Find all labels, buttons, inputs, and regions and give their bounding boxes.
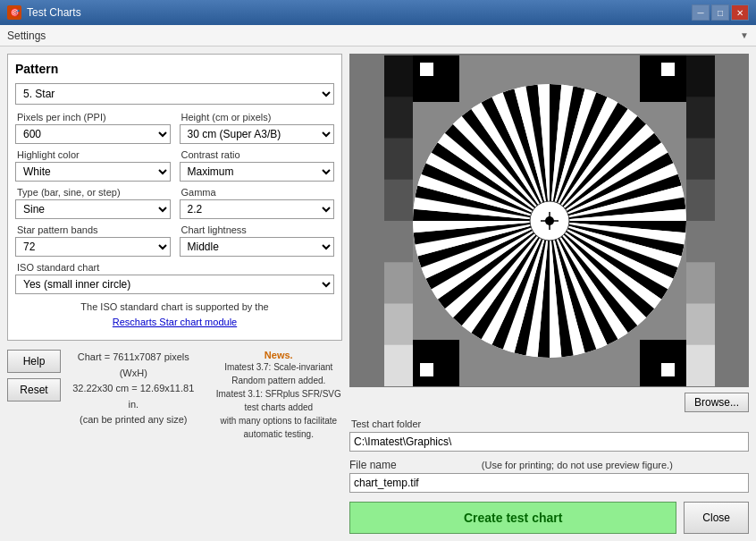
create-chart-button[interactable]: Create test chart	[349, 502, 676, 534]
window-close-button[interactable]: ✕	[731, 4, 749, 21]
chart-info-line2: 32.22x30 cm = 12.69x11.81 in.	[70, 381, 197, 412]
news-item2: Imatest 3.1: SFRplus SFR/SVG test charts…	[215, 387, 343, 414]
star-chart-preview: .star-overlay { position: absolute; top:…	[349, 54, 749, 387]
highlight-select[interactable]: White	[15, 162, 171, 182]
pattern-section-title: Pattern	[15, 62, 334, 76]
filename-note: (Use for printing; do not use preview fi…	[406, 460, 749, 470]
height-select[interactable]: 30 cm (Super A3/B)	[180, 124, 335, 144]
chart-info-line1: Chart = 7611x7087 pixels (WxH)	[70, 350, 197, 381]
browse-button[interactable]: Browse...	[685, 393, 749, 412]
bands-label: Star pattern bands	[15, 224, 171, 235]
highlight-label: Highlight color	[15, 149, 171, 160]
help-button[interactable]: Help	[7, 350, 61, 373]
settings-menu[interactable]: Settings	[7, 30, 46, 42]
folder-label: Test chart folder	[349, 418, 421, 429]
type-label: Type (bar, sine, or step)	[15, 187, 171, 198]
iso-label: ISO standard chart	[15, 262, 334, 273]
menu-arrow-icon: ▼	[740, 30, 749, 40]
maximize-button[interactable]: □	[711, 4, 729, 21]
chart-info: Chart = 7611x7087 pixels (WxH) 32.22x30 …	[70, 350, 197, 428]
height-label: Height (cm or pixels)	[180, 112, 335, 123]
iso-note-2: Rescharts Star chart module	[113, 317, 237, 327]
iso-note-1: The ISO standard chart is supported by t…	[80, 301, 268, 312]
contrast-label: Contrast ratio	[180, 149, 335, 160]
menu-bar: Settings ▼	[0, 25, 756, 46]
news-item1: Imatest 3.7: Scale-invariant Random patt…	[215, 360, 343, 387]
app-icon: 🎯	[7, 5, 21, 20]
filename-input[interactable]	[349, 473, 749, 493]
contrast-select[interactable]: Maximum	[180, 162, 335, 182]
lightness-select[interactable]: Middle	[180, 237, 335, 257]
pattern-select[interactable]: 5. Star	[15, 83, 334, 105]
type-select[interactable]: Sine	[15, 199, 171, 219]
iso-select[interactable]: Yes (small inner circle)	[15, 275, 334, 294]
window-title: Test Charts	[27, 6, 81, 19]
gamma-select[interactable]: 2.2	[180, 199, 335, 219]
reset-button[interactable]: Reset	[7, 378, 61, 402]
folder-input[interactable]	[349, 432, 749, 452]
news-item3: with many options to facilitate automati…	[215, 414, 343, 441]
ppi-select[interactable]: 600	[15, 124, 171, 144]
gamma-label: Gamma	[180, 187, 335, 198]
ppi-label: Pixels per inch (PPI)	[15, 112, 171, 123]
chart-info-line3: (can be printed any size)	[70, 412, 197, 428]
title-bar: 🎯 Test Charts ─ □ ✕	[0, 0, 756, 25]
news-title: News.	[215, 350, 343, 360]
lightness-label: Chart lightness	[180, 224, 335, 235]
minimize-button[interactable]: ─	[692, 4, 710, 21]
filename-label: File name	[349, 459, 397, 471]
close-button[interactable]: Close	[684, 502, 749, 534]
bands-select[interactable]: 72	[15, 237, 171, 257]
